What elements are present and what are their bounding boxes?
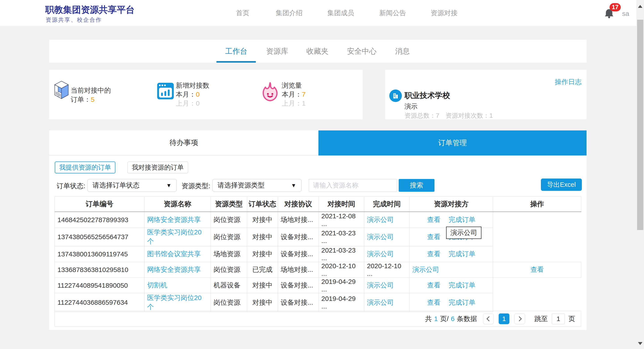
scrollbar-thumb[interactable]	[637, 20, 643, 230]
app-screen: 职教集团资源共享平台 资源共享、校企合作 首页 集团介绍 集团成员 新闻公告 资…	[0, 0, 644, 349]
view-order-link[interactable]: 查看	[427, 299, 440, 306]
site-logo-title: 职教集团资源共享平台	[45, 4, 134, 16]
pagination-page-count: 1	[434, 315, 438, 322]
tab-security-center[interactable]: 安全中心	[347, 40, 376, 63]
partner-link[interactable]: 演示公司	[367, 299, 394, 306]
org-description: 演示	[404, 102, 418, 111]
complete-order-link[interactable]: 完成订单	[448, 250, 476, 257]
cell-dock-protocol: 场地对接...	[278, 262, 319, 278]
server-icon	[54, 80, 69, 103]
view-order-link[interactable]: 查看	[530, 266, 544, 273]
jump-page-input[interactable]	[552, 313, 565, 324]
view-order-link[interactable]: 查看	[427, 250, 440, 257]
scroll-down-arrow-icon[interactable]	[638, 342, 642, 345]
table-row: 1122744036886597634 医学类实习岗位20个 岗位资源 对接中 …	[55, 293, 582, 312]
cell-dock-protocol: 场地对接...	[278, 212, 319, 228]
tab-order-management[interactable]: 订单管理	[318, 130, 586, 155]
chart-window-icon	[157, 83, 174, 101]
stat-current-orders-label: 订单：	[71, 96, 91, 103]
view-order-link[interactable]: 查看	[427, 233, 440, 240]
current-page-button[interactable]: 1	[499, 313, 510, 324]
resource-type-select[interactable]: 请选择资源类型 ▼	[212, 179, 302, 192]
stat-new-docks-month-label: 本月：	[176, 91, 196, 98]
cell-order-id: 1374380013609119745	[55, 246, 144, 262]
view-order-link[interactable]: 查看	[427, 281, 440, 289]
username-label[interactable]: sa	[622, 10, 629, 18]
scroll-up-arrow-icon[interactable]	[638, 5, 642, 8]
partner-link[interactable]: 演示公司	[412, 266, 439, 273]
workspace-tab-strip: 工作台 资源库 收藏夹 安全中心 消息	[49, 40, 586, 63]
cell-order-status: 对接中	[247, 293, 278, 312]
cell-order-status: 对接中	[247, 228, 278, 246]
resource-name-link[interactable]: 网络安全资源共享	[147, 216, 201, 223]
col-dock-time: 对接时间	[319, 197, 364, 212]
stats-card: 当前对接中的 订单：5 新增对接数 本月：0 上月：0	[49, 70, 363, 119]
tab-resource-library[interactable]: 资源库	[266, 40, 288, 63]
tab-messages[interactable]: 消息	[395, 40, 410, 63]
cell-order-status: 对接中	[247, 246, 278, 262]
org-resource-total-label: 资源总数：	[404, 112, 436, 119]
stat-new-docks-last-label: 上月：	[176, 100, 196, 107]
resource-type-label: 资源类型:	[182, 181, 210, 191]
resource-name-link[interactable]: 网络安全资源共享	[147, 266, 201, 273]
resource-name-link[interactable]: 医学类实习岗位20个	[147, 228, 202, 245]
tab-favorites[interactable]: 收藏夹	[306, 40, 328, 63]
col-order-status: 订单状态	[247, 197, 278, 212]
col-resource-type: 资源类型	[211, 197, 247, 212]
col-dock-protocol: 对接协议	[278, 197, 319, 212]
complete-order-link[interactable]: 完成订单	[448, 216, 476, 223]
order-status-select[interactable]: 请选择订单状态 ▼	[88, 179, 177, 192]
complete-order-link[interactable]: 完成订单	[448, 281, 476, 289]
resource-name-link[interactable]: 医学类实习岗位20个	[147, 294, 202, 310]
nav-item-group-intro[interactable]: 集团介绍	[276, 0, 302, 26]
dropdown-arrow-icon: ▼	[291, 182, 296, 189]
order-management-panel: 我提供资源的订单 我对接资源的订单 订单状态: 请选择订单状态 ▼ 资源类型: …	[49, 155, 586, 330]
vertical-scrollbar[interactable]	[636, 0, 644, 349]
table-row: 1122744089541890050 切割机 机器设备 对接中 设备对接...…	[55, 278, 582, 293]
prev-page-button[interactable]	[483, 313, 494, 324]
partner-link[interactable]: 演示公司	[367, 216, 394, 223]
org-dock-count-label: 资源对接次数：	[446, 112, 490, 119]
resource-name-link[interactable]: 图书馆会议室共享	[147, 250, 201, 257]
col-dock-partner: 资源对接方	[410, 197, 493, 212]
nav-item-resource-dock[interactable]: 资源对接	[431, 0, 458, 26]
col-order-id: 订单编号	[55, 197, 144, 212]
cell-resource-type: 机器设备	[211, 278, 247, 293]
cell-dock-protocol: 设备对接...	[278, 228, 319, 246]
docked-orders-button[interactable]: 我对接资源的订单	[128, 162, 188, 173]
cell-finish-time: 2020-12-10 ...	[364, 262, 410, 278]
pagination-bar: 共 1 页/ 6 条数据 1 跳至 页	[54, 311, 581, 327]
org-resource-total-value: 7	[436, 112, 440, 119]
table-row: 1336878363810295810 网络安全资源共享 岗位资源 已完成 场地…	[55, 262, 582, 278]
provided-orders-button[interactable]: 我提供资源的订单	[55, 162, 116, 173]
chevron-left-icon	[486, 316, 492, 321]
export-excel-button[interactable]: 导出Excel	[541, 179, 582, 191]
org-name: 职业技术学校	[404, 90, 450, 101]
nav-item-home[interactable]: 首页	[236, 0, 249, 26]
cell-order-status: 对接中	[247, 212, 278, 228]
org-card: 操作日志 职业技术学校 演示 资源总数：7资源对接次数：1	[385, 70, 586, 119]
cell-dock-protocol: 设备对接...	[278, 293, 319, 312]
partner-link[interactable]: 演示公司	[367, 250, 394, 257]
tab-workbench[interactable]: 工作台	[225, 40, 247, 63]
cell-resource-type: 岗位资源	[211, 228, 247, 246]
search-button[interactable]: 搜索	[399, 179, 434, 192]
stat-views-month-value: 7	[302, 91, 306, 98]
partner-link[interactable]: 演示公司	[367, 233, 394, 240]
resource-name-input[interactable]	[309, 179, 397, 192]
notification-count-badge[interactable]: 17	[610, 3, 621, 12]
next-page-button[interactable]	[514, 313, 525, 324]
cell-dock-protocol: 设备对接...	[278, 278, 319, 293]
operation-log-link[interactable]: 操作日志	[555, 77, 582, 87]
nav-item-group-members[interactable]: 集团成员	[327, 0, 354, 26]
stat-views-last-value: 1	[302, 100, 306, 107]
complete-order-link[interactable]: 完成订单	[448, 299, 476, 306]
nav-item-news[interactable]: 新闻公告	[379, 0, 406, 26]
resource-name-link[interactable]: 切割机	[147, 281, 167, 289]
partner-link[interactable]: 演示公司	[367, 281, 394, 289]
cell-dock-time: 2020-12-10 ...	[319, 262, 364, 278]
resource-type-select-value: 请选择资源类型	[218, 181, 264, 190]
pagination-total-prefix: 共	[425, 314, 432, 323]
view-order-link[interactable]: 查看	[427, 216, 440, 223]
tab-todo-items[interactable]: 待办事项	[49, 130, 318, 155]
